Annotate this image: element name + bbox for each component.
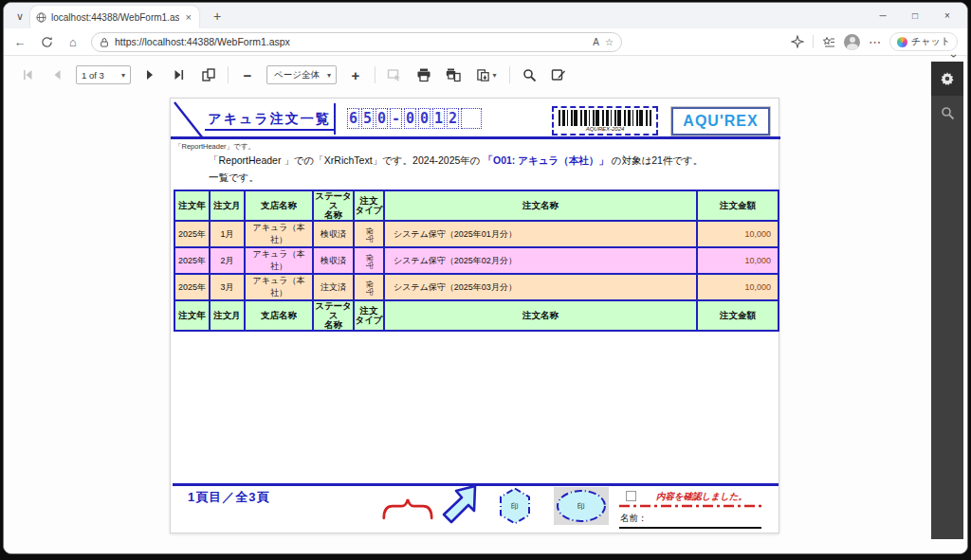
svg-text:印: 印	[511, 502, 519, 511]
minimize-button[interactable]: ─	[867, 3, 899, 27]
copilot-label: チャット	[911, 35, 950, 48]
viewer-side-panel	[931, 62, 963, 539]
search-button[interactable]	[519, 64, 540, 85]
copilot-button[interactable]: チャット	[889, 32, 958, 51]
viewer-toolbar: 1 of 3 ▾ − ページ全体 ▾ +	[17, 61, 569, 89]
report-page: アキュラ注文一覧 650-0012 AQUREX-2024 AQU'REX 「R…	[170, 98, 779, 533]
export-button[interactable]: ▾	[472, 64, 501, 85]
tab-title: localhost:44388/WebForm1.aspx	[51, 12, 179, 23]
cell-branch: アキュラ（本社）	[245, 221, 313, 247]
col-order-name: 注文名称	[384, 190, 697, 221]
toolbar-separator	[228, 66, 229, 83]
search-icon	[941, 106, 955, 120]
first-page-button[interactable]	[17, 64, 38, 85]
band-caption: 「ReportHeader」です。	[174, 142, 255, 152]
parameters-tab[interactable]	[931, 62, 963, 96]
chevron-down-icon: ▾	[121, 71, 125, 80]
ellipse-stamp-backdrop: 印	[554, 487, 609, 525]
cell-order-name: システム保守（2025年02月分）	[384, 247, 697, 274]
highlight-editing-fields-button[interactable]	[384, 64, 405, 85]
last-page-button[interactable]	[169, 64, 190, 85]
zoom-in-button[interactable]: +	[345, 64, 366, 85]
cell-branch: アキュラ（本社）	[245, 247, 313, 274]
tab-search-icon[interactable]: ∨	[11, 8, 28, 25]
arrow-shape	[442, 484, 478, 528]
favorite-star-icon[interactable]: ☆	[605, 37, 614, 47]
hexagon-stamp: 印	[499, 487, 531, 525]
postal-digit: 1	[432, 108, 445, 129]
close-button[interactable]: ×	[931, 3, 963, 27]
postal-digit: 0	[418, 108, 431, 129]
cell-month: 2月	[210, 247, 245, 274]
favorites-hub-icon[interactable]	[822, 35, 835, 48]
cell-year: 2025年	[174, 274, 210, 300]
search-tab[interactable]	[931, 96, 963, 130]
rich-text-highlight: 「O01: アキュラ（本社）」	[484, 154, 609, 166]
cell-type: 保守	[354, 274, 384, 300]
page-selector[interactable]: 1 of 3 ▾	[76, 65, 131, 84]
postal-digit: -	[390, 108, 402, 129]
new-tab-button[interactable]: +	[209, 8, 226, 25]
postal-empty-box	[461, 108, 482, 129]
gear-icon	[940, 71, 955, 86]
barcode-label: AQUREX-2024	[559, 126, 651, 133]
confirm-text: 内容を確認しました。	[656, 491, 747, 503]
col-order-type: 注文 タイプ	[354, 190, 384, 221]
back-button[interactable]: ←	[9, 31, 30, 52]
postal-digit: 2	[447, 108, 459, 129]
chevron-down-icon: ▾	[492, 71, 496, 80]
cell-year: 2025年	[174, 247, 210, 274]
col-order-type: 注文 タイプ	[354, 300, 384, 331]
name-label: 名前：	[620, 513, 648, 525]
zoom-level: ページ全体	[272, 69, 321, 81]
postal-digit: 0	[404, 108, 416, 129]
rich-text-suffix: の対象は21件です。	[609, 154, 704, 166]
panel-collapse-chevron[interactable]: ‹	[946, 54, 960, 58]
table-row: 2025年 3月 アキュラ（本社） 注文済 保守 システム保守（2025年03月…	[174, 274, 779, 300]
globe-icon	[36, 12, 46, 23]
col-branch-name: 支店名称	[245, 300, 313, 331]
logo-text: AQU'REX	[683, 113, 758, 130]
browser-tab[interactable]: localhost:44388/WebForm1.aspx ×	[30, 6, 199, 28]
table-row: 2025年 2月 アキュラ（本社） 検収済 保守 システム保守（2025年02月…	[174, 247, 779, 274]
cell-amount: 10,000	[697, 247, 779, 274]
rich-text-line1: 「ReportHeader 」での「XrRichText」です。2024-202…	[209, 154, 703, 168]
col-order-name: 注文名称	[384, 300, 697, 331]
postal-digit: 5	[361, 108, 374, 129]
ellipse-stamp: 印	[555, 488, 608, 524]
confirm-checkbox[interactable]	[626, 491, 636, 501]
col-order-year: 注文年	[174, 190, 210, 221]
maximize-button[interactable]: □	[899, 3, 931, 27]
tab-strip: ∨ localhost:44388/WebForm1.aspx × + ─ □ …	[4, 3, 967, 28]
tab-close-icon[interactable]: ×	[184, 11, 193, 23]
refresh-button[interactable]	[36, 31, 57, 52]
cell-type: 保守	[354, 221, 384, 247]
col-order-amount: 注文金額	[697, 190, 779, 221]
cell-year: 2025年	[174, 221, 210, 247]
export-document-edit-button[interactable]	[548, 64, 569, 85]
next-page-button[interactable]	[139, 64, 160, 85]
diagonal-line	[173, 101, 205, 139]
previous-page-button[interactable]	[46, 64, 67, 85]
profile-avatar[interactable]	[844, 34, 860, 50]
cell-month: 1月	[210, 221, 245, 247]
chevron-down-icon: ▾	[327, 71, 331, 80]
multipage-view-button[interactable]	[198, 64, 219, 85]
more-menu-icon[interactable]: ⋯	[869, 35, 881, 49]
order-table: 注文年 注文月 支店名称 ステータス 名称 注文 タイプ 注文名称 注文金額 2…	[174, 190, 779, 332]
report-title: アキュラ注文一覧	[205, 111, 334, 131]
home-button[interactable]: ⌂	[63, 31, 83, 52]
cell-month: 3月	[210, 274, 245, 300]
zoom-selector[interactable]: ページ全体 ▾	[266, 65, 337, 84]
browser-essentials-icon[interactable]	[791, 35, 804, 48]
cell-order-name: システム保守（2025年01月分）	[384, 221, 697, 247]
address-bar[interactable]: https://localhost:44388/WebForm1.aspx A …	[91, 32, 622, 52]
table-header-row: 注文年 注文月 支店名称 ステータス 名称 注文 タイプ 注文名称 注文金額	[174, 190, 779, 221]
print-button[interactable]	[413, 64, 434, 85]
print-page-button[interactable]	[443, 64, 464, 85]
table-footer-header-row: 注文年 注文月 支店名称 ステータス 名称 注文 タイプ 注文名称 注文金額	[174, 300, 779, 331]
rich-text-line2: 一覧です。	[209, 172, 259, 185]
col-order-month: 注文月	[210, 190, 245, 221]
zoom-out-button[interactable]: −	[237, 64, 258, 85]
read-aloud-icon[interactable]: A	[593, 37, 599, 47]
